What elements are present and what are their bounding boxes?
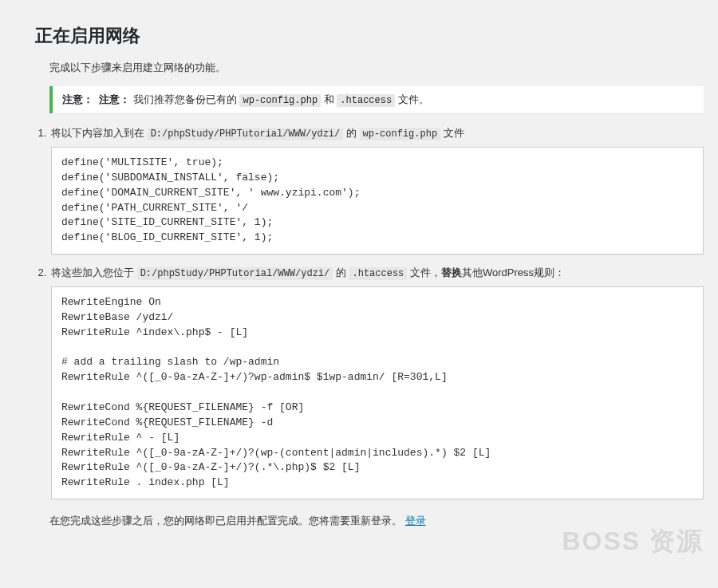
step2-rest: 其他WordPress规则： <box>462 266 565 278</box>
step2-after-file: 文件， <box>407 266 441 278</box>
step2-mid: 的 <box>333 266 349 278</box>
step1-prefix: 将以下内容加入到在 <box>51 127 148 139</box>
steps-list: 将以下内容加入到在 D:/phpStudy/PHPTutorial/WWW/yd… <box>49 126 704 499</box>
step-1-text: 将以下内容加入到在 D:/phpStudy/PHPTutorial/WWW/yd… <box>51 126 704 140</box>
intro-text: 完成以下步骤来启用建立网络的功能。 <box>49 61 704 75</box>
step1-mid: 的 <box>343 127 359 139</box>
footer-text: 在您完成这些步骤之后，您的网络即已启用并配置完成。您将需要重新登录。 <box>49 515 405 527</box>
notice-text-mid: 和 <box>321 93 337 105</box>
step-2-text: 将这些加入您位于 D:/phpStudy/PHPTutorial/WWW/ydz… <box>51 266 704 280</box>
notice-text-before: 我们推荐您备份已有的 <box>133 93 240 105</box>
notice-box: 注意： 注意： 我们推荐您备份已有的 wp-config.php 和 .htac… <box>49 86 704 113</box>
step-2: 将这些加入您位于 D:/phpStudy/PHPTutorial/WWW/ydz… <box>49 266 704 499</box>
step2-file: .htaccess <box>349 267 408 280</box>
step1-file: wp-config.php <box>360 128 441 140</box>
notice-code-htaccess: .htaccess <box>337 94 395 107</box>
page-title: 正在启用网络 <box>35 24 704 48</box>
notice-label-2: 注意： <box>99 93 130 105</box>
htaccess-code-block[interactable]: RewriteEngine On RewriteBase /ydzi/ Rewr… <box>51 286 704 499</box>
after-text: 在您完成这些步骤之后，您的网络即已启用并配置完成。您将需要重新登录。 登录 <box>49 514 704 528</box>
notice-label-1: 注意： <box>62 93 93 105</box>
step2-bold: 替换 <box>441 266 462 278</box>
notice-code-wpconfig: wp-config.php <box>239 94 321 107</box>
step1-suffix: 文件 <box>440 127 464 139</box>
step2-path: D:/phpStudy/PHPTutorial/WWW/ydzi/ <box>137 267 333 280</box>
login-link[interactable]: 登录 <box>405 515 426 527</box>
wpconfig-code-block[interactable]: define('MULTISITE', true); define('SUBDO… <box>51 147 704 255</box>
notice-text-after: 文件。 <box>395 93 429 105</box>
step-1: 将以下内容加入到在 D:/phpStudy/PHPTutorial/WWW/yd… <box>49 126 704 255</box>
step2-prefix: 将这些加入您位于 <box>51 266 137 278</box>
step1-path: D:/phpStudy/PHPTutorial/WWW/ydzi/ <box>148 128 344 140</box>
